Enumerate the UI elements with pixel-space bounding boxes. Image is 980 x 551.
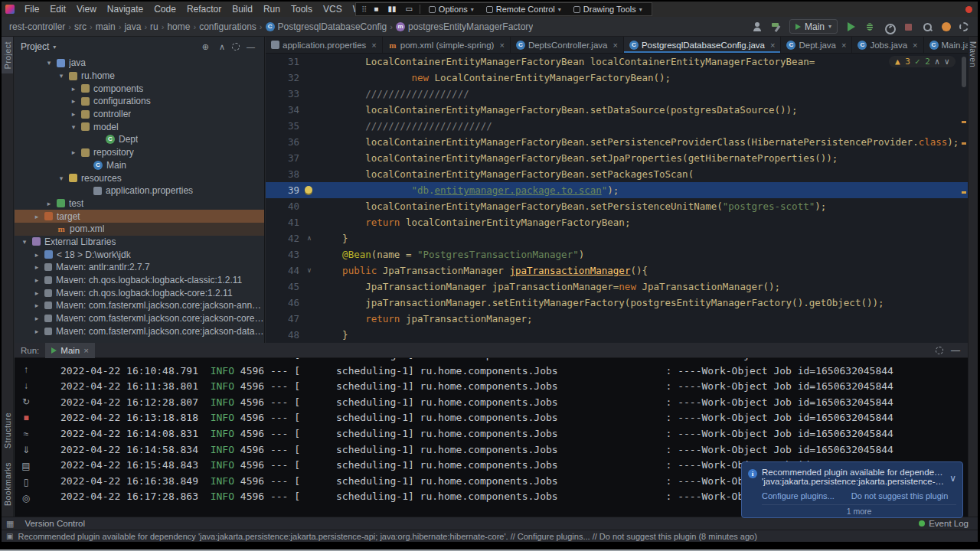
tab-pom-xml-simple-spring-[interactable]: mpom.xml (simple-spring)× — [383, 37, 511, 53]
settings-gear-icon[interactable] — [959, 22, 969, 31]
stop-icon[interactable]: ■ — [23, 412, 28, 423]
code-line-33[interactable]: 33 ////////////////// — [266, 86, 968, 102]
chevron-right-icon[interactable]: ▸ — [33, 302, 41, 309]
menu-navigate[interactable]: Navigate — [102, 2, 149, 17]
close-icon[interactable]: × — [612, 41, 617, 50]
tree-item-target[interactable]: ▸target — [15, 210, 264, 223]
menu-file[interactable]: File — [19, 2, 44, 17]
stop-recording-icon[interactable]: ■ — [369, 3, 383, 15]
up-stack-icon[interactable]: ↑ — [24, 364, 28, 375]
code-line-37[interactable]: 37 localContainerEntityManagerFactoryBea… — [266, 150, 968, 166]
menu-code[interactable]: Code — [149, 2, 181, 17]
close-icon[interactable]: × — [499, 41, 504, 50]
bulb-icon[interactable] — [299, 182, 319, 198]
tree-item-main[interactable]: CMain — [15, 159, 264, 172]
toolwindow-switcher-icon[interactable]: ▦ — [2, 519, 18, 529]
code-line-39[interactable]: 39 "db.entitymanager.package.to.scan"); — [266, 182, 968, 198]
breadcrumb-item-rest-controller[interactable]: rest-controller — [9, 21, 65, 32]
clear-icon[interactable]: ▯ — [24, 477, 29, 487]
search-icon[interactable] — [921, 21, 933, 33]
chevron-right-icon[interactable]: ▸ — [45, 200, 53, 207]
tab-jobs-java[interactable]: CJobs.java× — [852, 37, 923, 53]
tree-item-external-libraries[interactable]: ▾External Libraries — [15, 236, 264, 249]
chevron-down-icon[interactable]: ▾ — [70, 123, 77, 131]
rerun-icon[interactable]: ↻ — [22, 396, 30, 407]
code-line-47[interactable]: 47 return jpaTransactionManager; — [266, 311, 968, 327]
person-icon[interactable] — [751, 21, 763, 33]
scroll-end-icon[interactable]: ⇓ — [22, 445, 30, 455]
code-line-44[interactable]: 44∨ public JpaTransactionManager jpaTran… — [266, 262, 968, 279]
code-line-34[interactable]: 34 localContainerEntityManagerFactoryBea… — [266, 102, 968, 118]
close-icon[interactable]: × — [770, 41, 775, 50]
tree-item-maven-com-fasterxml-jackson-core-jackson-core-2-13-2[interactable]: ▸Maven: com.fasterxml.jackson.core:jacks… — [15, 312, 264, 325]
chevron-down-icon[interactable]: ▾ — [57, 72, 65, 80]
breadcrumb-item-postgresentitymanagerfactory[interactable]: mpostgresEntityManagerFactory — [396, 21, 533, 32]
chevron-right-icon[interactable]: ▸ — [33, 328, 41, 335]
pause-recording-icon[interactable]: ▮▮ — [383, 3, 400, 15]
code-line-46[interactable]: 46 jpaTransactionManager.setEntityManage… — [266, 295, 968, 311]
tab-application-properties[interactable]: application.properties× — [266, 37, 383, 53]
drag-handle-icon[interactable]: ⠿ — [359, 5, 369, 14]
recorder-menu-options[interactable]: Options▾ — [423, 5, 480, 14]
collapse-all-icon[interactable]: ∧ — [216, 42, 228, 52]
bug-icon[interactable] — [864, 21, 876, 33]
chevron-right-icon[interactable]: ▸ — [70, 148, 77, 156]
code-line-43[interactable]: 43 @Bean(name = "PostgresTransactionMana… — [266, 246, 968, 262]
tree-item-model[interactable]: ▾model — [15, 120, 264, 133]
profiler-icon[interactable] — [883, 21, 895, 33]
tree-item-controller[interactable]: ▸controller — [15, 108, 264, 121]
scrollbar-thumb[interactable] — [962, 57, 966, 87]
recorder-menu-drawing-tools[interactable]: Drawing Tools▾ — [567, 5, 648, 14]
code-line-45[interactable]: 45 JpaTransactionManager jpaTransactionM… — [266, 279, 968, 295]
tab-deptscontroller-java[interactable]: CDeptsController.java× — [511, 37, 624, 53]
chevron-right-icon[interactable]: ▸ — [33, 315, 41, 322]
menu-build[interactable]: Build — [227, 2, 258, 17]
run-settings-icon[interactable] — [936, 347, 943, 354]
avatar-icon[interactable] — [940, 21, 952, 33]
fold-down-icon[interactable]: ∨ — [299, 262, 319, 279]
code-line-35[interactable]: 35 ////////////////////// — [266, 118, 968, 134]
breadcrumb-item-configurations[interactable]: configurations — [199, 21, 256, 32]
chevron-right-icon[interactable]: ▸ — [70, 85, 77, 93]
chevron-right-icon[interactable]: ▸ — [33, 251, 41, 259]
panel-settings-icon[interactable] — [232, 43, 240, 51]
tree-item-components[interactable]: ▸components — [15, 82, 264, 95]
warning-stripe-mark[interactable] — [962, 191, 966, 194]
breadcrumb-item-home[interactable]: home — [167, 21, 190, 32]
notification-balloon[interactable]: i Recommended plugin available for depen… — [741, 461, 963, 518]
menu-view[interactable]: View — [71, 2, 102, 17]
tree-item-configurations[interactable]: ▸configurations — [15, 95, 264, 108]
code-line-42[interactable]: 42∧ } — [266, 230, 968, 246]
chevron-down-icon[interactable]: ▾ — [45, 59, 53, 67]
intention-bulb-icon[interactable] — [305, 186, 312, 194]
display-icon[interactable]: ▭ — [400, 3, 416, 15]
hammer-icon[interactable] — [770, 21, 782, 33]
warning-stripe-mark[interactable] — [962, 121, 966, 123]
chevron-right-icon[interactable]: ▸ — [33, 289, 41, 297]
stripe-project-button[interactable]: Project — [2, 37, 13, 73]
prev-problem-icon[interactable]: ∧ — [935, 57, 940, 67]
soft-wrap-icon[interactable]: ≈ — [24, 429, 29, 439]
event-log-button[interactable]: Event Log — [929, 519, 969, 528]
code-line-31[interactable]: 31 LocalContainerEntityManagerFactoryBea… — [266, 54, 968, 70]
code-area[interactable]: 31 LocalContainerEntityManagerFactoryBea… — [266, 54, 968, 343]
breadcrumb-item-postgresqldatabaseconfig[interactable]: CPostgresqlDatabaseConfig — [266, 21, 387, 32]
chevron-right-icon[interactable]: ▸ — [70, 110, 77, 118]
tree-item-maven-com-fasterxml-jackson-core-jackson-annotations-2-13-2[interactable]: ▸Maven: com.fasterxml.jackson.core:jacks… — [15, 299, 264, 312]
project-panel-title[interactable]: Project — [21, 41, 49, 52]
dont-suggest-link[interactable]: Do not suggest this plugin — [851, 491, 949, 500]
tree-item-resources[interactable]: ▾resources — [15, 171, 264, 184]
menu-run[interactable]: Run — [258, 2, 286, 17]
menu-refactor[interactable]: Refactor — [181, 2, 227, 17]
tree-item--18-d-work-jdk[interactable]: ▸< 18 > D:\work\jdk — [15, 248, 264, 261]
tree-item-test[interactable]: ▸test — [15, 197, 264, 210]
chevron-down-icon[interactable]: ∨ — [949, 473, 956, 484]
tab-main-java[interactable]: CMain.java× — [924, 37, 969, 53]
stripe-structure-button[interactable]: Structure — [3, 412, 12, 448]
tree-item-application-properties[interactable]: application.properties — [15, 184, 264, 197]
close-icon[interactable]: × — [913, 41, 917, 50]
pin-icon[interactable]: ◎ — [22, 493, 30, 504]
recorder-menu-remote-control[interactable]: Remote Control▾ — [480, 5, 567, 14]
breadcrumb-item-main[interactable]: main — [96, 21, 116, 32]
notification-more-link[interactable]: 1 more — [762, 504, 956, 516]
